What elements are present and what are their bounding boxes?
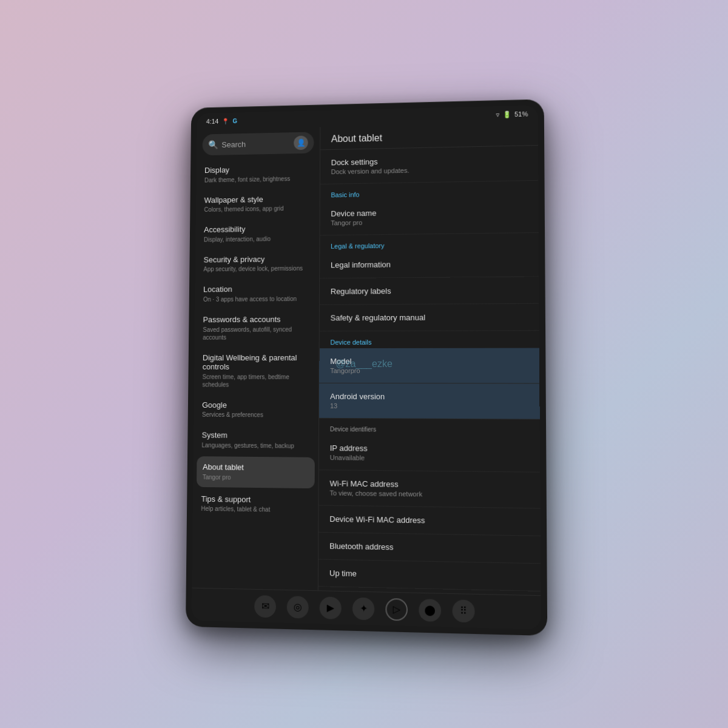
nav-item-title: Passwords & accounts <box>203 315 311 325</box>
google-icon: G <box>232 118 237 124</box>
nav-item-subtitle: Services & preferences <box>202 411 310 419</box>
settings-item-android[interactable]: Android version 13 <box>319 383 540 420</box>
settings-item-wifi-mac[interactable]: Wi-Fi MAC address To view, choose saved … <box>318 470 540 508</box>
sidebar-item-system[interactable]: System Languages, gestures, time, backup <box>194 425 318 456</box>
sidebar-item-accessibility[interactable]: Accessibility Display, interaction, audi… <box>195 218 319 249</box>
nav-item-title: Accessibility <box>204 224 311 235</box>
item-title: Up time <box>329 568 530 582</box>
tablet-screen: 4:14 📍 G ▿ 🔋 51% 🔍 Search 👤 <box>192 105 541 629</box>
dock-app-gmail[interactable]: ✉ <box>254 595 276 617</box>
settings-item-ip[interactable]: IP address Unavailable <box>319 435 540 473</box>
nav-item-title: Location <box>203 285 311 295</box>
nav-item-title: Wallpaper & style <box>204 194 312 205</box>
avatar[interactable]: 👤 <box>294 135 308 150</box>
sidebar-item-google[interactable]: Google Services & preferences <box>194 394 318 425</box>
nav-item-title: Display <box>204 164 311 175</box>
item-title: Legal information <box>331 258 528 269</box>
dock-app-grid[interactable]: ⠿ <box>453 599 475 622</box>
status-right: ▿ 🔋 51% <box>496 110 528 118</box>
dock-app-camera[interactable]: ⬤ <box>419 599 441 622</box>
nav-item-title: Security & privacy <box>204 254 311 265</box>
item-title: Device Wi-Fi MAC address <box>329 514 529 527</box>
wifi-icon: ▿ <box>496 110 500 118</box>
section-label-legal: Legal & regulatory <box>320 233 539 252</box>
share-icon: ✦ <box>359 602 367 615</box>
search-bar[interactable]: 🔍 Search 👤 <box>203 132 314 155</box>
nav-item-subtitle: Tangor pro <box>203 473 309 482</box>
nav-item-subtitle: On · 3 apps have access to location <box>203 295 311 303</box>
nav-item-title: System <box>202 431 311 441</box>
camera-icon: ⬤ <box>425 604 436 616</box>
section-label-identifiers: Device identifiers <box>319 419 540 437</box>
gmail-icon: ✉ <box>261 600 269 612</box>
item-title: Wi-Fi MAC address <box>329 479 528 490</box>
sidebar-item-about[interactable]: About tablet Tangor pro <box>197 456 315 488</box>
settings-item-safety[interactable]: Safety & regulatory manual <box>320 304 539 332</box>
item-title: IP address <box>330 443 529 454</box>
sidebar-item-display[interactable]: Display Dark theme, font size, brightnes… <box>196 158 320 190</box>
settings-item-legal[interactable]: Legal information <box>320 250 539 278</box>
sidebar-item-wallpaper[interactable]: Wallpaper & style Colors, themed icons, … <box>196 188 320 220</box>
sidebar-item-location[interactable]: Location On · 3 apps have access to loca… <box>195 278 319 309</box>
nav-item-subtitle: Dark theme, font size, brightness <box>204 174 311 184</box>
item-title: Regulatory labels <box>331 286 528 296</box>
tablet-device: 4:14 📍 G ▿ 🔋 51% 🔍 Search 👤 <box>186 99 547 636</box>
play-icon: ▷ <box>393 603 400 615</box>
panel-title: About tablet <box>331 130 527 145</box>
nav-item-title: About tablet <box>203 462 309 473</box>
item-title: Device name <box>331 206 527 218</box>
nav-item-subtitle: App security, device lock, permissions <box>203 265 311 273</box>
section-label-device-details: Device details <box>320 331 539 348</box>
chrome-icon: ◎ <box>294 601 302 613</box>
item-title: Model <box>330 357 528 366</box>
nav-item-subtitle: Display, interaction, audio <box>204 234 311 243</box>
nav-item-title: Tips & support <box>201 494 310 505</box>
settings-item-dock[interactable]: Dock settings Dock version and updates. <box>320 146 538 184</box>
avatar-icon: 👤 <box>297 138 306 147</box>
sidebar-item-passwords[interactable]: Passwords & accounts Saved passwords, au… <box>195 309 319 347</box>
nav-item-subtitle: Screen time, app timers, bedtime schedul… <box>202 373 310 389</box>
dock-app-share[interactable]: ✦ <box>352 597 374 620</box>
settings-item-regulatory[interactable]: Regulatory labels <box>320 277 539 305</box>
location-icon: 📍 <box>222 118 229 124</box>
item-subtitle: To view, choose saved network <box>329 489 528 499</box>
dock-app-play[interactable]: ▷ <box>385 598 408 621</box>
app-dock: ✉ ◎ ▶ ✦ ▷ ⬤ ⠿ <box>192 588 541 630</box>
search-icon: 🔍 <box>208 140 218 150</box>
dock-app-youtube[interactable]: ▶ <box>320 596 342 619</box>
battery-icon: 🔋 <box>503 110 511 118</box>
settings-item-device-name[interactable]: Device name Tangor pro <box>320 198 538 236</box>
nav-item-title: Digital Wellbeing & parental controls <box>203 353 311 372</box>
sidebar-item-security[interactable]: Security & privacy App security, device … <box>195 248 320 280</box>
settings-item-device-wifi-mac[interactable]: Device Wi-Fi MAC address <box>318 505 541 536</box>
search-input[interactable]: Search <box>221 139 290 149</box>
settings-container: 🔍 Search 👤 Display Dark theme, font size… <box>192 122 541 595</box>
right-content-panel: About tablet Dock settings Dock version … <box>318 122 541 595</box>
settings-item-uptime[interactable]: Up time <box>318 559 541 592</box>
item-subtitle: Tangor pro <box>331 217 527 226</box>
status-time: 4:14 <box>206 118 219 125</box>
item-title: Android version <box>330 392 528 402</box>
settings-item-bluetooth[interactable]: Bluetooth address <box>318 533 541 564</box>
youtube-icon: ▶ <box>327 602 334 614</box>
settings-item-model[interactable]: Model Tangorpro <box>319 348 539 384</box>
nav-item-subtitle: Help articles, tablet & chat <box>201 505 309 514</box>
dock-app-chrome[interactable]: ◎ <box>287 596 309 618</box>
item-subtitle: Tangorpro <box>330 367 528 374</box>
nav-item-subtitle: Saved passwords, autofill, synced accoun… <box>203 325 311 341</box>
nav-item-subtitle: Languages, gestures, time, backup <box>201 441 310 450</box>
item-subtitle: 13 <box>330 402 528 410</box>
item-title: Bluetooth address <box>329 541 529 554</box>
status-left: 4:14 📍 G <box>206 117 237 125</box>
item-title: Safety & regulatory manual <box>331 312 528 322</box>
nav-item-title: Google <box>202 400 310 410</box>
sidebar-item-wellbeing[interactable]: Digital Wellbeing & parental controls Sc… <box>194 347 319 395</box>
nav-item-subtitle: Colors, themed icons, app grid <box>204 204 311 214</box>
sidebar-item-tips[interactable]: Tips & support Help articles, tablet & c… <box>193 488 318 521</box>
battery-percent: 51% <box>514 110 528 118</box>
apps-grid-icon: ⠿ <box>460 605 467 617</box>
left-nav-panel: 🔍 Search 👤 Display Dark theme, font size… <box>192 127 320 590</box>
item-subtitle: Unavailable <box>330 454 529 463</box>
